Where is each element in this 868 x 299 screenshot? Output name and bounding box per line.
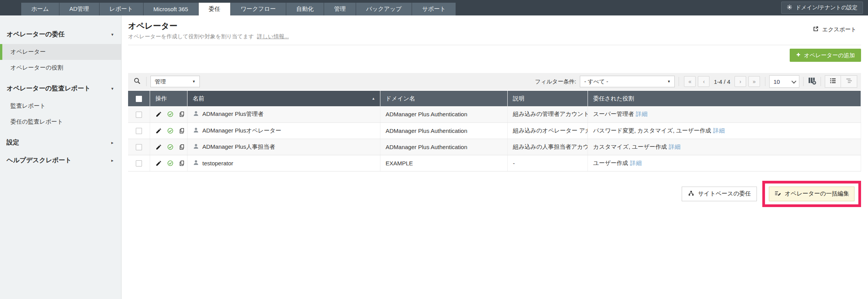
pagination-first-button[interactable]: « bbox=[684, 76, 696, 87]
top-tab[interactable]: 委任 bbox=[199, 3, 231, 15]
list-view-icon bbox=[829, 77, 837, 86]
page-size-select[interactable]: 10 bbox=[769, 75, 799, 88]
person-icon bbox=[193, 110, 199, 118]
search-icon bbox=[133, 77, 141, 86]
tree-view-icon bbox=[845, 77, 853, 86]
sidebar-section-items: オペレーターオペレーターの役割 bbox=[0, 44, 121, 76]
top-tab[interactable]: サポート bbox=[412, 3, 456, 15]
search-button[interactable] bbox=[132, 77, 142, 86]
filter-select[interactable]: - すべて - ▼ bbox=[580, 76, 675, 87]
toolbar-separator bbox=[765, 77, 765, 86]
column-header[interactable]: 説明 bbox=[507, 91, 588, 106]
pagination-next-button[interactable]: › bbox=[735, 76, 746, 87]
site-based-delegation-button[interactable]: サイトベースの委任 bbox=[682, 187, 757, 201]
details-link[interactable]: 詳細 bbox=[630, 160, 642, 166]
tree-view-button[interactable] bbox=[841, 75, 857, 88]
details-link[interactable]: 詳細 bbox=[669, 143, 681, 150]
sidebar-section-label: ヘルプデスクレポート bbox=[7, 156, 71, 165]
edit-pencil-icon[interactable] bbox=[155, 144, 162, 150]
add-operator-button[interactable]: オペレーターの追加 bbox=[790, 49, 861, 62]
top-tab[interactable]: AD管理 bbox=[59, 3, 100, 15]
settings-button-label: ドメイン/テナントの設定 bbox=[795, 4, 858, 11]
chevron-down-icon: ▾ bbox=[111, 86, 113, 91]
sidebar-item[interactable]: オペレーター bbox=[0, 44, 121, 60]
domain-cell: ADManager Plus Authentication bbox=[380, 122, 507, 139]
pagination-range: 1-4 / 4 bbox=[714, 78, 730, 85]
sidebar: オペレーターの委任▾オペレーターオペレーターの役割オペレーターの監査レポート▾監… bbox=[0, 15, 122, 299]
copy-icon[interactable] bbox=[179, 127, 185, 134]
category-select[interactable]: 管理 ▼ bbox=[150, 76, 200, 87]
row-checkbox[interactable] bbox=[136, 144, 142, 150]
highlight-annotation-frame: オペレーターの一括編集 bbox=[762, 181, 861, 207]
sidebar-section-header[interactable]: オペレーターの委任▾ bbox=[0, 25, 121, 43]
sidebar-item[interactable]: 委任の監査レポート bbox=[0, 114, 121, 130]
list-view-button[interactable] bbox=[825, 75, 841, 88]
top-tab[interactable]: ホーム bbox=[21, 3, 59, 15]
header-divider bbox=[128, 45, 861, 45]
sidebar-section-header[interactable]: オペレーターの監査レポート▾ bbox=[0, 80, 121, 97]
enabled-check-icon[interactable] bbox=[167, 144, 174, 150]
details-link[interactable]: 詳細 bbox=[713, 127, 724, 134]
pagination-prev-button[interactable]: ‹ bbox=[698, 76, 709, 87]
edit-pencil-icon[interactable] bbox=[155, 160, 162, 166]
column-chooser-button[interactable] bbox=[807, 76, 817, 87]
export-button[interactable]: エクスポート bbox=[812, 25, 856, 33]
column-chooser-icon bbox=[807, 76, 817, 87]
select-all-checkbox[interactable] bbox=[136, 96, 142, 102]
column-header[interactable]: 名前▲ bbox=[187, 91, 380, 106]
roles-text: カスタマイズ, ユーザー作成 bbox=[593, 143, 667, 150]
top-tab[interactable]: バックアップ bbox=[356, 3, 412, 15]
page-subtitle: オペレーターを作成して役割や対象を割り当てます詳しい情報... bbox=[128, 33, 861, 40]
operator-name: testoperator bbox=[203, 160, 233, 166]
operator-name-cell: ADManager Plus人事担当者 bbox=[187, 139, 380, 155]
row-checkbox[interactable] bbox=[136, 128, 142, 134]
edit-pencil-icon[interactable] bbox=[155, 127, 162, 134]
pagination-last-button[interactable]: » bbox=[748, 76, 760, 87]
top-tab[interactable]: Microsoft 365 bbox=[144, 3, 199, 15]
sidebar-section-header[interactable]: 設定▸ bbox=[0, 134, 121, 151]
sidebar-item[interactable]: オペレーターの役割 bbox=[0, 60, 121, 76]
column-header[interactable]: 操作 bbox=[150, 91, 187, 106]
row-actions-cell bbox=[150, 139, 187, 155]
edit-pencil-icon[interactable] bbox=[155, 111, 162, 117]
copy-icon[interactable] bbox=[179, 111, 185, 117]
copy-icon[interactable] bbox=[179, 160, 185, 166]
copy-icon[interactable] bbox=[179, 144, 185, 150]
person-icon bbox=[193, 127, 199, 134]
details-link[interactable]: 詳細 bbox=[636, 110, 647, 117]
bulk-edit-operators-button[interactable]: オペレーターの一括編集 bbox=[769, 187, 854, 201]
toolbar-separator bbox=[679, 77, 679, 86]
enabled-check-icon[interactable] bbox=[167, 127, 174, 134]
column-header[interactable]: ドメイン名 bbox=[380, 91, 507, 106]
main-content: オペレーター オペレーターを作成して役割や対象を割り当てます詳しい情報... エ… bbox=[122, 15, 868, 299]
page-header: オペレーター オペレーターを作成して役割や対象を割り当てます詳しい情報... bbox=[128, 15, 861, 40]
plus-icon bbox=[796, 52, 801, 58]
learn-more-link[interactable]: 詳しい情報... bbox=[257, 33, 289, 39]
row-checkbox[interactable] bbox=[136, 160, 142, 166]
enabled-check-icon[interactable] bbox=[167, 160, 174, 166]
top-tab[interactable]: 管理 bbox=[324, 3, 356, 15]
row-checkbox[interactable] bbox=[136, 112, 142, 118]
row-checkbox-cell bbox=[128, 155, 150, 171]
roles-text: スーパー管理者 bbox=[593, 110, 634, 117]
description-cell: 組み込みの管理者アカウント bbox=[507, 106, 588, 122]
chevron-right-icon: ▸ bbox=[111, 158, 113, 163]
sidebar-section-header[interactable]: ヘルプデスクレポート▸ bbox=[0, 151, 121, 169]
table-header-row: 操作名前▲ドメイン名説明委任された役割 bbox=[128, 91, 861, 106]
chevron-right-icon: ▸ bbox=[111, 140, 113, 145]
export-label: エクスポート bbox=[822, 26, 856, 33]
export-icon bbox=[812, 25, 819, 33]
chevron-down-icon: ▼ bbox=[667, 80, 671, 83]
enabled-check-icon[interactable] bbox=[167, 111, 174, 117]
domain-tenant-settings-button[interactable]: ドメイン/テナントの設定 bbox=[781, 2, 863, 14]
chevron-down-icon bbox=[792, 78, 797, 83]
column-header[interactable]: 委任された役割 bbox=[588, 91, 861, 106]
top-tab[interactable]: ワークフロー bbox=[231, 3, 286, 15]
top-tab[interactable]: レポート bbox=[100, 3, 144, 15]
chevron-down-icon: ▼ bbox=[192, 80, 196, 83]
row-checkbox-cell bbox=[128, 139, 150, 155]
top-tab[interactable]: 自動化 bbox=[286, 3, 324, 15]
select-all-header-cell bbox=[128, 91, 150, 106]
sidebar-item[interactable]: 監査レポート bbox=[0, 98, 121, 114]
table-body: ADManager Plus管理者ADManager Plus Authenti… bbox=[128, 106, 861, 171]
